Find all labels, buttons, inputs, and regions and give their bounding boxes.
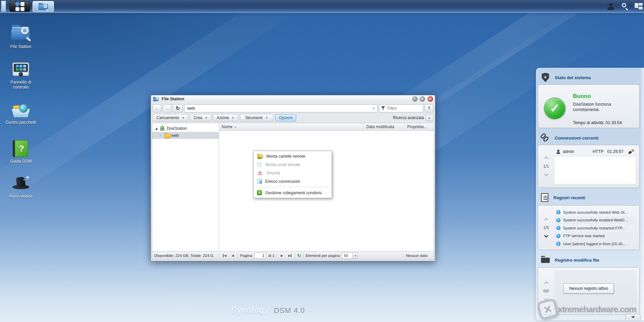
maximize-button[interactable]: + bbox=[420, 96, 425, 102]
desktop-icon-file-station[interactable]: File Station bbox=[2, 23, 40, 49]
user-menu-icon[interactable] bbox=[607, 3, 614, 10]
connection-row: admin HTTP 01:25:57 bbox=[554, 147, 636, 156]
path-field-wrap: ★ bbox=[184, 104, 378, 112]
info-icon: i bbox=[556, 218, 560, 222]
show-desktop-button[interactable] bbox=[1, 1, 6, 12]
logs-pager: 1/5 bbox=[538, 206, 554, 250]
page-label: Pagina bbox=[240, 254, 252, 258]
eject-icon bbox=[257, 170, 263, 176]
options-button[interactable]: Opzioni bbox=[275, 114, 297, 121]
window-main: ◢ DiskStation ▶ web Nome ▲ Data modifica… bbox=[152, 123, 434, 252]
menu-item-mount-virtual-drive[interactable]: Monta unità virtuale bbox=[254, 160, 331, 169]
page-of-label: di 1 bbox=[268, 254, 275, 258]
taskbar-item-file-station[interactable] bbox=[33, 1, 54, 12]
desktop-icon-label: Pannello di controllo bbox=[2, 80, 40, 90]
desktop-icon-package-center[interactable]: Centro pacchetti bbox=[2, 103, 40, 125]
main-menu-button[interactable] bbox=[9, 1, 30, 12]
tools-button[interactable]: Strumenti▼ bbox=[240, 114, 274, 121]
log-entry: iSystem successfully restarted FTP... bbox=[554, 224, 637, 232]
collapsed-arrow-icon[interactable]: ▶ bbox=[160, 134, 163, 137]
help-button[interactable]: ? bbox=[425, 104, 433, 112]
bookmark-star-icon[interactable]: ★ bbox=[372, 106, 376, 111]
refresh-button[interactable]: ↻ bbox=[173, 104, 183, 112]
menu-item-unmount[interactable]: Smonta bbox=[254, 169, 331, 177]
navigation-bar: ← → ↻ ★ ? bbox=[152, 103, 434, 114]
window-titlebar[interactable]: File Station + ✕ bbox=[152, 95, 434, 103]
connections-header: Connessioni correnti bbox=[541, 133, 598, 143]
menu-item-shared-links-manager[interactable]: < Gestione collegamenti condivisi bbox=[254, 189, 331, 197]
no-active-log-box: Nessun registro attivo bbox=[564, 283, 614, 293]
pager-count: 0/0 bbox=[543, 289, 549, 293]
pager-down-icon[interactable] bbox=[544, 233, 548, 238]
chain-link-icon bbox=[541, 133, 550, 143]
menu-item-connection-list[interactable]: Elenco connessioni bbox=[254, 177, 331, 185]
tree-node-label: DiskStation bbox=[167, 126, 187, 131]
menu-item-label: Elenco connessioni bbox=[265, 179, 300, 184]
pager-down-icon[interactable] bbox=[544, 172, 548, 176]
watermark-text: xtremehardware.com bbox=[558, 305, 636, 314]
path-input[interactable] bbox=[184, 104, 378, 112]
desktop-icon-control-panel[interactable]: Pannello di controllo bbox=[2, 61, 40, 90]
pager-up-icon[interactable] bbox=[544, 218, 548, 222]
pager-count: 1/5 bbox=[543, 225, 549, 230]
close-button[interactable]: ✕ bbox=[428, 96, 433, 102]
control-panel-icon bbox=[11, 61, 31, 78]
chevron-down-icon: ▼ bbox=[232, 116, 234, 119]
filter-field-wrap bbox=[379, 104, 423, 112]
advanced-search-expand-button[interactable]: » bbox=[426, 115, 433, 121]
log-entry: iSystem successfully started Web St... bbox=[554, 208, 637, 216]
info-icon: i bbox=[556, 210, 560, 214]
column-header-name[interactable]: Nome ▲ bbox=[219, 123, 363, 130]
tree-node-diskstation[interactable]: ◢ DiskStation bbox=[152, 125, 219, 132]
tools-dropdown-menu: Monta cartelle remote Monta unità virtua… bbox=[253, 151, 332, 198]
menu-separator bbox=[255, 187, 330, 187]
tree-node-web[interactable]: ▶ web bbox=[152, 132, 219, 139]
desktop-icon-label: File Station bbox=[2, 44, 40, 49]
shield-icon bbox=[541, 73, 550, 82]
watermark: ✕ xtremehardware.com bbox=[538, 300, 636, 319]
upload-button[interactable]: Caricamento▼ bbox=[153, 114, 188, 121]
desktop-icon-quick-start[interactable]: ✦✦ Avvio veloce bbox=[2, 174, 40, 199]
log-entry: iFTP service was started. bbox=[554, 232, 637, 240]
back-button[interactable]: ← bbox=[153, 104, 161, 112]
connection-protocol: HTTP bbox=[593, 149, 604, 154]
column-header-owner[interactable]: Proprieta... bbox=[404, 123, 434, 130]
create-button[interactable]: Crea▼ bbox=[190, 114, 211, 121]
last-page-button[interactable]: ▶ bbox=[287, 253, 293, 259]
menu-item-mount-remote-folders[interactable]: Monta cartelle remote bbox=[254, 152, 331, 160]
search-icon[interactable] bbox=[621, 3, 629, 10]
chevron-down-icon: ▼ bbox=[265, 116, 268, 119]
next-page-button[interactable]: ▶ bbox=[279, 253, 285, 259]
desktop-icon-label: Avvio veloce bbox=[2, 194, 40, 199]
action-button[interactable]: Azione▼ bbox=[213, 114, 238, 121]
widget-title: Connessioni correnti bbox=[555, 136, 598, 141]
expanded-arrow-icon[interactable]: ◢ bbox=[155, 127, 158, 130]
file-station-icon bbox=[11, 23, 31, 42]
watermark-x-badge: ✕ bbox=[536, 298, 559, 321]
no-data-text: Nessun dato bbox=[406, 254, 431, 258]
user-icon bbox=[556, 150, 560, 154]
pager-up-icon[interactable] bbox=[544, 281, 548, 285]
connections-list: admin HTTP 01:25:57 bbox=[554, 147, 636, 184]
advanced-search-label: Ricerca avanzata bbox=[393, 115, 424, 120]
pager-up-icon[interactable] bbox=[544, 156, 548, 161]
forward-button[interactable]: → bbox=[163, 104, 171, 112]
column-header-row: Nome ▲ Data modificata Proprieta... bbox=[219, 123, 434, 131]
list-refresh-button[interactable]: ↻ bbox=[297, 253, 301, 258]
dsm-version: DSM 4.0 bbox=[274, 306, 305, 315]
log-list: iSystem successfully started Web St... i… bbox=[554, 208, 637, 247]
page-number-input[interactable] bbox=[254, 253, 266, 259]
system-status-value: Buono bbox=[573, 93, 591, 100]
column-header-modified[interactable]: Data modificata bbox=[363, 123, 404, 130]
taskbar bbox=[0, 0, 644, 13]
filter-input[interactable] bbox=[379, 104, 423, 112]
prev-page-button[interactable]: ◀ bbox=[230, 253, 236, 259]
pager-count: 1/1 bbox=[543, 164, 549, 169]
widget-panel: Stato del sistema ✓ Buono DiskStation fu… bbox=[536, 68, 644, 320]
pilot-view-icon[interactable] bbox=[635, 3, 643, 10]
per-page-select[interactable]: 50 ▼ bbox=[342, 253, 358, 259]
disconnect-icon[interactable] bbox=[629, 150, 634, 154]
desktop-icon-dsm-help[interactable]: ? Guida DSM bbox=[2, 140, 40, 164]
first-page-button[interactable]: ◀ bbox=[222, 253, 228, 259]
minimize-button[interactable] bbox=[412, 96, 418, 102]
